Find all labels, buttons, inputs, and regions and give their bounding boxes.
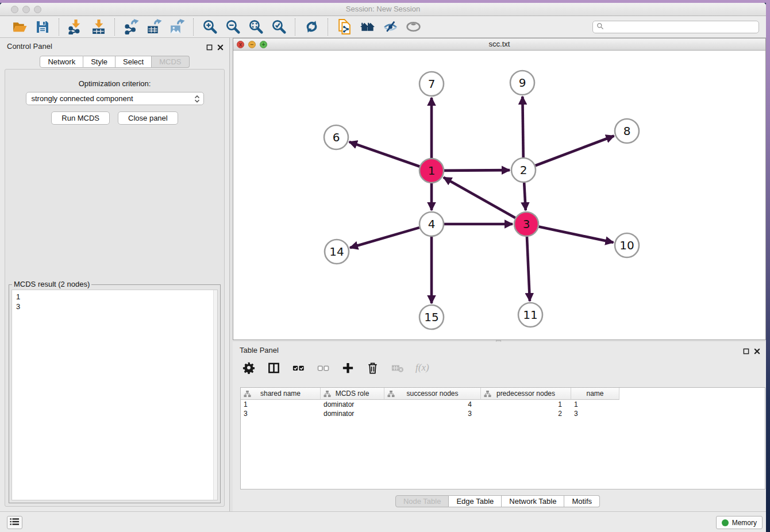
table-cell[interactable]: 3 [241,409,321,418]
show-columns-button[interactable] [265,361,282,377]
graph-node-2[interactable]: 2 [511,158,536,182]
window-minimize-button[interactable] [22,6,30,13]
deselect-all-rows-button[interactable] [315,361,331,377]
import-table-icon [91,19,106,34]
save-session-button[interactable] [31,18,54,36]
graph-node-3[interactable]: 3 [514,212,538,236]
table-tab-motifs[interactable]: Motifs [564,495,600,507]
column-header-successor-nodes[interactable]: successor nodes [384,388,481,400]
close-panel-button[interactable]: Close panel [118,111,178,125]
table-row-1[interactable]: 3dominator323 [241,409,765,418]
export-image-button[interactable] [165,18,188,36]
memory-button[interactable]: Memory [716,516,763,529]
graph-node-label: 8 [623,124,631,138]
delete-rows-button[interactable] [364,361,380,377]
control-panel-float-button[interactable] [206,43,213,53]
export-network-icon [124,19,139,34]
network-frame-close-button[interactable]: x [237,41,244,48]
table-tab-network-table[interactable]: Network Table [502,495,564,507]
network-canvas[interactable]: 7968124314101511 [233,51,765,340]
graph-edge-3-11[interactable] [527,237,530,301]
tab-network[interactable]: Network [40,56,83,68]
graph-node-11[interactable]: 11 [518,303,542,327]
graph-node-6[interactable]: 6 [324,125,348,149]
column-header-predecessor-nodes[interactable]: predecessor nodes [481,388,571,400]
zoom-selected-button[interactable] [267,18,290,36]
deselect-all-rows-icon [317,361,330,377]
search-input[interactable] [606,22,759,32]
graph-node-15[interactable]: 15 [419,305,444,329]
zoom-out-button[interactable] [221,18,244,36]
table-tab-edge-table[interactable]: Edge Table [449,495,502,507]
table-panel-float-button[interactable] [743,346,749,357]
first-neighbors-button[interactable] [356,18,379,36]
table-tab-node-table[interactable]: Node Table [395,495,449,507]
graph-node-14[interactable]: 14 [325,240,349,264]
table-cell[interactable]: 1 [241,400,321,409]
graph-edge-2-9[interactable] [522,97,523,157]
export-table-button[interactable] [143,18,165,36]
graph-edge-2-8[interactable] [536,136,614,165]
table-cell[interactable]: 3 [571,409,619,418]
open-session-button[interactable] [8,18,31,36]
network-view-frame: x − + scc.txt 7968124314101511 [233,38,766,340]
apply-layout-button[interactable] [300,18,323,36]
import-table-button[interactable] [87,18,110,36]
graph-edge-1-6[interactable] [349,142,420,167]
zoom-in-button[interactable] [198,18,221,36]
table-cell[interactable]: 2 [481,409,571,418]
graph-edge-3-1[interactable] [444,178,515,218]
tab-mcds[interactable]: MCDS [152,56,189,68]
duplicate-network-button[interactable] [333,18,356,36]
graph-node-7[interactable]: 7 [419,72,444,96]
import-network-button[interactable] [64,18,87,36]
zoom-fit-button[interactable] [244,18,267,36]
column-header-shared-name[interactable]: shared name [241,388,321,400]
hide-graphics-details-icon [383,19,398,34]
mcds-result-text[interactable]: 1 3 [11,290,218,500]
table-cell[interactable]: 1 [481,400,571,409]
graph-node-label: 10 [619,238,634,252]
export-network-button[interactable] [120,18,143,36]
table-cell[interactable]: 1 [571,400,619,409]
add-row-button[interactable] [340,361,356,377]
graph-node-8[interactable]: 8 [615,119,639,143]
graph-node-4[interactable]: 4 [419,212,444,236]
network-frame-minimize-button[interactable]: − [248,41,256,48]
window-zoom-button[interactable] [34,6,41,13]
table-row-0[interactable]: 1dominator411 [241,400,765,409]
column-header-MCDS-role[interactable]: MCDS role [321,388,384,400]
table-panel-close-button[interactable] [754,346,760,357]
graph-node-9[interactable]: 9 [510,71,534,95]
window-close-button[interactable] [11,6,18,13]
table-options-button[interactable] [241,361,257,377]
table-cell[interactable]: 3 [384,409,481,418]
table-cell[interactable]: dominator [321,409,384,418]
run-mcds-button[interactable]: Run MCDS [51,111,110,125]
function-builder-icon: f(x) [413,361,430,377]
criterion-dropdown[interactable]: strongly connected component [26,92,204,105]
graph-edge-1-2[interactable] [444,170,510,171]
tab-select[interactable]: Select [116,56,152,68]
table-cell[interactable]: 4 [384,400,481,409]
select-all-rows-button[interactable] [290,361,306,377]
tab-style[interactable]: Style [83,56,116,68]
table-cell[interactable]: dominator [321,400,384,409]
graph-node-10[interactable]: 10 [615,233,639,257]
network-frame-titlebar: x − + scc.txt [233,38,765,51]
column-tree-icon [244,390,251,399]
graph-edge-4-14[interactable] [350,228,419,248]
search-box[interactable] [592,21,759,33]
graph-node-1[interactable]: 1 [419,159,444,183]
result-scrollbar[interactable] [213,290,217,500]
task-history-button[interactable] [7,516,22,529]
column-header-name[interactable]: name [571,388,619,400]
show-graphics-details-button[interactable] [402,18,425,36]
graph-edge-3-10[interactable] [539,227,614,242]
mcds-result-title: MCDS result (2 nodes) [12,280,91,288]
graph-edge-2-3[interactable] [524,183,526,210]
network-frame-maximize-button[interactable]: + [260,41,267,48]
control-panel-close-button[interactable] [217,43,224,53]
hide-graphics-details-button[interactable] [379,18,402,36]
search-icon [596,22,604,32]
